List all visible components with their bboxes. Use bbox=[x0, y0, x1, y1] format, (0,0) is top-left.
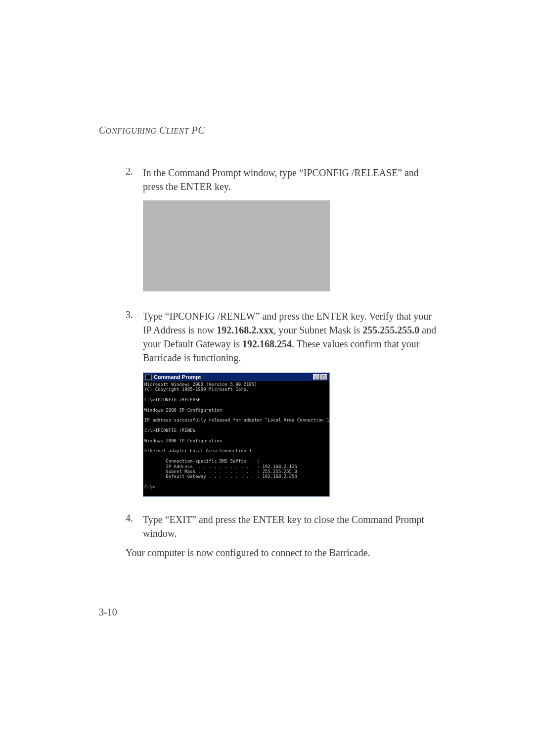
screenshot-placeholder-1 bbox=[143, 200, 330, 291]
page-content: CONFIGURING CLIENT PC 2. In the Command … bbox=[99, 125, 438, 559]
subnet-mask-bold: 255.255.255.0 bbox=[362, 325, 419, 335]
closing-text: Your computer is now configured to conne… bbox=[126, 547, 438, 559]
command-prompt-window: Command Prompt _ □ Microsoft Windows 200… bbox=[143, 373, 330, 497]
maximize-button[interactable]: □ bbox=[320, 374, 327, 380]
step-text: Type “EXIT” and press the ENTER key to c… bbox=[143, 513, 438, 540]
cmd-icon bbox=[145, 375, 152, 380]
minimize-button[interactable]: _ bbox=[313, 374, 320, 380]
step-3: 3. Type “IPCONFIG /RENEW” and press the … bbox=[99, 309, 438, 365]
step-4: 4. Type “EXIT” and press the ENTER key t… bbox=[99, 513, 438, 540]
step-number: 3. bbox=[99, 309, 143, 365]
step-number: 2. bbox=[99, 166, 143, 193]
figure-command-prompt: Command Prompt _ □ Microsoft Windows 200… bbox=[143, 373, 438, 497]
section-header: CONFIGURING CLIENT PC bbox=[99, 125, 438, 136]
step-number: 4. bbox=[99, 513, 143, 540]
text-run: , your Subnet Mask is bbox=[273, 325, 362, 335]
figure-placeholder bbox=[143, 200, 438, 291]
ip-address-bold: 192.168.2.xxx bbox=[217, 325, 273, 335]
window-titlebar: Command Prompt _ □ bbox=[143, 373, 329, 381]
window-title: Command Prompt bbox=[154, 374, 201, 380]
gateway-bold: 192.168.254 bbox=[242, 338, 292, 349]
step-2: 2. In the Command Prompt window, type “I… bbox=[99, 166, 438, 193]
step-text: In the Command Prompt window, type “IPCO… bbox=[143, 166, 438, 193]
step-text: Type “IPCONFIG /RENEW” and press the ENT… bbox=[143, 309, 438, 365]
window-buttons: _ □ bbox=[313, 374, 327, 380]
page-number: 3-10 bbox=[99, 607, 117, 618]
terminal-output: Microsoft Windows 2000 [Version 5.00.219… bbox=[143, 381, 329, 496]
